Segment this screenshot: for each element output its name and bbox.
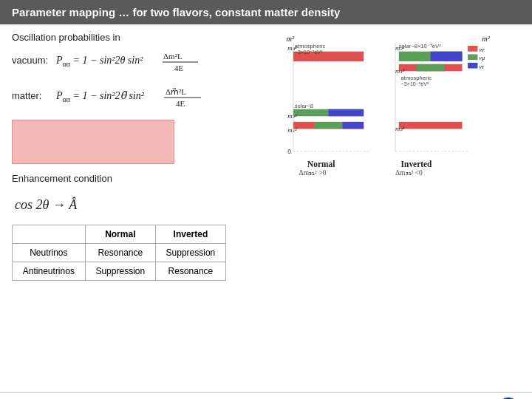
svg-rect-15	[468, 63, 477, 69]
enhancement-table-section: Normal Inverted Neutrinos Resonance Supp…	[12, 225, 263, 281]
svg-text:Normal: Normal	[307, 160, 335, 168]
svg-text:atmospheric: atmospheric	[401, 75, 432, 81]
main-content: Oscillation probabilities in vacuum: Pαα…	[0, 24, 532, 392]
enhancement-section: Enhancement condition cos 2θ → Â	[12, 173, 263, 220]
col-header-normal: Normal	[85, 225, 155, 244]
svg-text:Δm₃₁² <0: Δm₃₁² <0	[395, 169, 423, 177]
right-column: m² m² νe νμ ντ m₃² atmospheric ~3×10⁻³eV	[270, 32, 520, 389]
svg-text:Pαα = 1 − sin²2θ sin²: Pαα = 1 − sin²2θ sin²	[56, 55, 143, 68]
matter-label: matter:	[12, 90, 50, 101]
enhancement-formula-svg: cos 2θ → Â	[12, 188, 130, 218]
svg-text:~3×10⁻³eV²: ~3×10⁻³eV²	[401, 81, 429, 87]
highlight-box	[12, 120, 174, 164]
row-label-neutrinos: Neutrinos	[13, 244, 86, 262]
col-header-empty	[13, 225, 86, 244]
svg-text:0: 0	[287, 148, 291, 155]
svg-text:solar~8: solar~8	[295, 103, 313, 109]
svg-text:νμ: νμ	[479, 54, 485, 61]
table-row: Antineutrinos Suppression Resonance	[13, 262, 226, 281]
table-row: Neutrinos Resonance Suppression	[13, 244, 226, 262]
svg-text:4E: 4E	[176, 99, 185, 108]
row-antineutrinos-inverted: Resonance	[155, 262, 225, 281]
svg-text:Pαα = 1 − sin²2θ̃ sin²: Pαα = 1 − sin²2θ̃ sin²	[56, 90, 145, 103]
svg-text:Δm²L: Δm²L	[163, 52, 183, 61]
svg-text:4E: 4E	[174, 64, 184, 72]
matter-formula-svg: Pαα = 1 − sin²2θ̃ sin² Δm̃²L 4E	[56, 81, 219, 109]
table-header-row: Normal Inverted	[13, 225, 226, 244]
svg-text:solar~8×10⁻⁵eV²: solar~8×10⁻⁵eV²	[399, 43, 441, 50]
svg-text:~3×10⁻³eV²: ~3×10⁻³eV²	[295, 50, 323, 55]
svg-text:m₁²: m₁²	[287, 126, 297, 134]
page-header: Parameter mapping … for two flavors, con…	[0, 0, 532, 24]
desy-logo: DESY	[497, 396, 520, 399]
row-label-antineutrinos: Antineutrinos	[13, 262, 86, 281]
svg-rect-22	[329, 109, 364, 117]
svg-text:Inverted: Inverted	[401, 160, 432, 168]
row-antineutrinos-normal: Suppression	[85, 262, 155, 281]
svg-text:m²: m²	[482, 35, 491, 43]
svg-text:cos 2θ → Â: cos 2θ → Â	[15, 197, 78, 212]
vacuum-label: vacuum:	[12, 55, 50, 66]
svg-text:m²: m²	[286, 35, 295, 43]
header-title: Parameter mapping … for two flavors, con…	[12, 6, 340, 18]
svg-rect-26	[314, 122, 342, 129]
svg-rect-34	[431, 52, 463, 61]
svg-text:m₁²: m₁²	[395, 67, 405, 75]
svg-text:Δm₃₁² >0: Δm₃₁² >0	[299, 169, 327, 177]
svg-text:m₃²: m₃²	[395, 125, 405, 132]
mass-ordering-diagram: m² m² νe νμ ντ m₃² atmospheric ~3×10⁻³eV	[281, 32, 510, 180]
row-neutrinos-normal: Resonance	[85, 244, 155, 262]
enhancement-heading: Enhancement condition	[12, 173, 263, 184]
oscillation-heading: Oscillation probabilities in	[12, 32, 263, 43]
svg-text:νe: νe	[479, 46, 485, 53]
vacuum-formula-row: vacuum: Pαα = 1 − sin²2θ sin² Δm²L 4E	[12, 46, 263, 74]
svg-rect-13	[468, 54, 477, 60]
svg-text:Δm̃²L: Δm̃²L	[166, 87, 186, 96]
svg-rect-27	[343, 122, 364, 129]
svg-text:ντ: ντ	[479, 63, 485, 70]
left-column: Oscillation probabilities in vacuum: Pαα…	[12, 32, 263, 389]
diagram-area: m² m² νe νμ ντ m₃² atmospheric ~3×10⁻³eV	[270, 32, 520, 180]
vacuum-formula-svg: Pαα = 1 − sin²2θ sin² Δm²L 4E	[56, 46, 219, 74]
svg-text:m₂²: m₂²	[287, 112, 297, 120]
svg-rect-11	[468, 46, 477, 52]
enhancement-table: Normal Inverted Neutrinos Resonance Supp…	[12, 225, 226, 281]
row-neutrinos-inverted: Suppression	[155, 244, 225, 262]
col-header-inverted: Inverted	[155, 225, 225, 244]
two-col-layout: Oscillation probabilities in vacuum: Pαα…	[12, 32, 520, 389]
matter-formula-row: matter: Pαα = 1 − sin²2θ̃ sin² Δm̃²L 4E	[12, 81, 263, 109]
svg-rect-42	[399, 122, 463, 129]
svg-rect-38	[417, 64, 445, 72]
footer: Walter Winter | Neutrino 2014 | 04.06.20…	[0, 392, 532, 399]
svg-text:atmospheric: atmospheric	[295, 43, 326, 50]
